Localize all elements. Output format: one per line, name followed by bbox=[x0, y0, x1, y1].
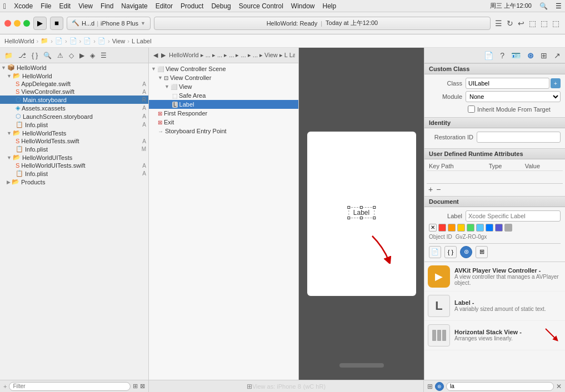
stop-button[interactable]: ■ bbox=[50, 17, 63, 30]
menu-edit[interactable]: Edit bbox=[59, 2, 71, 10]
debug-nav-icon[interactable]: ▶ bbox=[77, 51, 87, 61]
filter-config-button[interactable]: ⊠ bbox=[140, 383, 145, 390]
library-item-avkit[interactable]: ▶ AVKit Player View Controller - A view … bbox=[424, 262, 565, 292]
resize-handle-bc[interactable] bbox=[360, 217, 363, 219]
library-search-clear-button[interactable]: ✕ bbox=[556, 383, 562, 390]
tree-item-main-storyboard[interactable]: ⬡ Main.storyboard R bbox=[0, 96, 148, 104]
swatch-lightblue[interactable] bbox=[476, 224, 484, 232]
lib-tab-grid[interactable]: ⊞ bbox=[476, 246, 488, 258]
minimize-button[interactable] bbox=[14, 20, 21, 27]
swatch-purple[interactable] bbox=[495, 224, 503, 232]
source-control-nav-icon[interactable]: ⎇ bbox=[16, 51, 28, 61]
class-input[interactable] bbox=[466, 78, 549, 89]
tree-item-products[interactable]: ▶ 📂 Products bbox=[0, 178, 148, 186]
filter-sort-button[interactable]: ⊞ bbox=[133, 383, 138, 390]
tree-item-uitests-swift[interactable]: S HelloWorldUITests.swift A bbox=[0, 162, 148, 169]
scene-item-first-responder[interactable]: ⊠ First Responder bbox=[149, 109, 298, 118]
label-widget[interactable]: Label bbox=[348, 207, 374, 218]
document-label-input[interactable] bbox=[466, 210, 561, 222]
tree-item-assets[interactable]: ◈ Assets.xcassets A bbox=[0, 104, 148, 112]
resize-handle-bl[interactable] bbox=[347, 217, 350, 219]
resize-handle-tc[interactable] bbox=[360, 206, 363, 209]
file-inspector-tab[interactable]: 📄 bbox=[482, 50, 496, 61]
udra-remove-button[interactable]: − bbox=[434, 185, 442, 194]
scheme-selector[interactable]: 🔨 H...d | iPhone 8 Plus ▼ bbox=[67, 17, 151, 30]
run-button[interactable]: ▶ bbox=[33, 17, 47, 30]
tree-item-root[interactable]: ▼ 📦 HelloWorld bbox=[0, 63, 148, 72]
grid-view-button[interactable]: ⊞ bbox=[427, 383, 433, 390]
back-arrow-button[interactable]: ◀ bbox=[152, 51, 159, 60]
canvas-scrollbar[interactable] bbox=[339, 363, 384, 368]
restoration-id-input[interactable] bbox=[477, 132, 561, 143]
tree-item-infoplist-1[interactable]: 📋 Info.plist A bbox=[0, 120, 148, 129]
module-select[interactable]: None bbox=[466, 91, 561, 102]
library-search-input[interactable] bbox=[446, 382, 554, 391]
breadcrumb-item-label[interactable]: L Label bbox=[132, 38, 152, 44]
search-nav-icon[interactable]: 🔍 bbox=[41, 51, 54, 61]
storyboard-options-button[interactable]: ⊞ bbox=[247, 383, 252, 390]
lib-tab-code[interactable]: { } bbox=[444, 246, 457, 258]
lib-tab-active[interactable]: ⊛ bbox=[460, 246, 472, 258]
tree-item-launchscreen[interactable]: ⬡ LaunchScreen.storyboard A bbox=[0, 112, 148, 120]
navigator-toggle[interactable]: ☰ bbox=[494, 18, 503, 29]
notification-icon[interactable]: ☰ bbox=[556, 2, 562, 10]
size-inspector-tab[interactable]: ⊞ bbox=[538, 50, 549, 61]
menu-view[interactable]: View bbox=[78, 2, 93, 10]
udra-add-button[interactable]: + bbox=[427, 185, 434, 194]
breadcrumb-item-view[interactable]: View bbox=[112, 38, 126, 44]
menu-xcode[interactable]: Xcode bbox=[14, 2, 33, 10]
swatch-gray[interactable] bbox=[504, 224, 512, 232]
search-icon[interactable]: 🔍 bbox=[539, 2, 548, 10]
breadcrumb-item-2[interactable]: 📄 bbox=[55, 37, 63, 44]
symbol-nav-icon[interactable]: { } bbox=[29, 51, 40, 61]
tree-item-uitests-group[interactable]: ▼ 📂 HelloWorldUITests bbox=[0, 153, 148, 162]
menu-file[interactable]: File bbox=[41, 2, 51, 10]
swatch-clear-button[interactable]: ✕ bbox=[429, 224, 437, 232]
scene-item-entry-point[interactable]: → Storyboard Entry Point bbox=[149, 127, 298, 135]
refresh-icon[interactable]: ↻ bbox=[506, 18, 514, 29]
layout-icon-2[interactable]: ⬚ bbox=[539, 18, 549, 29]
identity-inspector-tab[interactable]: 🪪 bbox=[509, 50, 523, 61]
breadcrumb-item-5[interactable]: 📄 bbox=[98, 37, 106, 44]
menu-find[interactable]: Find bbox=[101, 2, 113, 10]
swatch-green[interactable] bbox=[467, 224, 474, 232]
tree-item-helloworld-group[interactable]: ▼ 📂 HelloWorld bbox=[0, 72, 148, 80]
resize-handle-br[interactable] bbox=[373, 217, 376, 219]
maximize-button[interactable] bbox=[23, 20, 30, 27]
menu-source-control[interactable]: Source Control bbox=[239, 2, 283, 10]
scene-item-exit[interactable]: ⊠ Exit bbox=[149, 118, 298, 127]
library-item-label[interactable]: L Label - A variably sized amount of sta… bbox=[424, 292, 565, 321]
scene-item-vc[interactable]: ▼ ⊡ View Controller bbox=[149, 73, 298, 82]
menu-window[interactable]: Window bbox=[291, 2, 315, 10]
connections-inspector-tab[interactable]: ↗ bbox=[552, 50, 563, 61]
breadcrumb-item-3[interactable]: 📄 bbox=[69, 37, 77, 44]
tree-item-appdelegate[interactable]: S AppDelegate.swift A bbox=[0, 80, 148, 88]
menu-debug[interactable]: Debug bbox=[211, 2, 231, 10]
swatch-blue[interactable] bbox=[486, 224, 493, 232]
tree-item-infoplist-3[interactable]: 📋 Info.plist A bbox=[0, 169, 148, 178]
layout-icon-1[interactable]: ⬚ bbox=[528, 18, 537, 29]
filter-input-left[interactable] bbox=[9, 382, 131, 391]
menu-help[interactable]: Help bbox=[323, 2, 337, 10]
attributes-inspector-tab[interactable]: ⊛ bbox=[525, 50, 536, 61]
close-button[interactable] bbox=[4, 20, 11, 27]
folder-nav-icon[interactable]: 📁 bbox=[2, 51, 15, 61]
apple-menu[interactable]:  bbox=[3, 2, 6, 11]
library-item-hstack[interactable]: Horizontal Stack View - Arranges views l… bbox=[424, 321, 565, 350]
layout-icon-3[interactable]: ⬚ bbox=[551, 18, 561, 29]
breadcrumb-item-0[interactable]: HelloWorld bbox=[4, 38, 34, 44]
tree-item-infoplist-2[interactable]: 📋 Info.plist M bbox=[0, 145, 148, 153]
circle-button[interactable]: ⊛ bbox=[435, 382, 444, 391]
tree-item-tests-swift[interactable]: S HelloWorldTests.swift A bbox=[0, 137, 148, 145]
resize-handle-tr[interactable] bbox=[373, 206, 376, 209]
swatch-red[interactable] bbox=[438, 224, 446, 232]
test-nav-icon[interactable]: ◇ bbox=[67, 51, 76, 61]
report-nav-icon[interactable]: ☰ bbox=[98, 51, 109, 61]
issue-nav-icon[interactable]: ⚠ bbox=[55, 51, 66, 61]
quick-help-tab[interactable]: ? bbox=[498, 50, 507, 61]
scene-item-safearea[interactable]: ⬚ Safe Area bbox=[149, 91, 298, 100]
inherit-checkbox[interactable] bbox=[468, 105, 475, 113]
tree-item-tests-group[interactable]: ▼ 📂 HelloWorldTests bbox=[0, 129, 148, 137]
swatch-orange[interactable] bbox=[448, 224, 456, 232]
breadcrumb-item-4[interactable]: 📄 bbox=[83, 37, 91, 44]
